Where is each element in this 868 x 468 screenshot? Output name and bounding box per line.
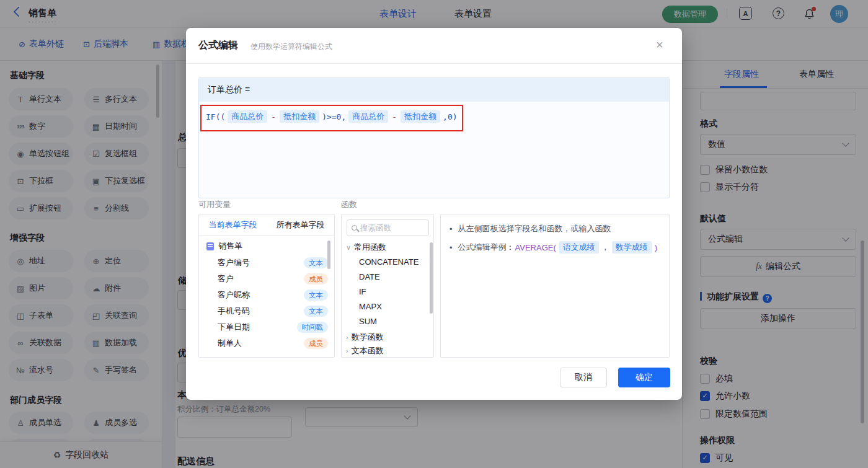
cancel-button[interactable]: 取消 [560, 368, 607, 387]
functions-label: 函数 [341, 199, 357, 210]
function-item-sum[interactable]: SUM [359, 317, 377, 326]
help-panel: • 从左侧面板选择字段名和函数，或输入函数 • 公式编辑举例： AVERAGE(… [440, 214, 670, 358]
functions-scrollbar[interactable] [430, 242, 433, 314]
variable-row[interactable]: 客户编号文本 [218, 255, 328, 271]
formula-editor-modal: 公式编辑 使用数学运算符编辑公式 × 订单总价 = IF(( 商品总价 - 抵扣… [186, 28, 682, 400]
type-badge: 成员 [304, 338, 328, 349]
group-text-functions[interactable]: › 文本函数 [346, 345, 384, 356]
example-function-name: AVERAGE( [515, 243, 556, 252]
variables-tabs: 当前表单字段 所有表单字段 [199, 214, 334, 236]
example-field-chip: 语文成绩 [559, 241, 599, 254]
modal-subtitle: 使用数学运算符编辑公式 [250, 42, 332, 52]
function-item-date[interactable]: DATE [359, 272, 380, 281]
formula-editor-area[interactable]: 订单总价 = [198, 77, 670, 198]
annotation-red-box [200, 105, 463, 131]
form-doc-icon [206, 242, 214, 250]
type-badge: 时间戳 [297, 322, 329, 333]
function-item-concatenate[interactable]: CONCATENATE [359, 257, 418, 267]
function-item-mapx[interactable]: MAPX [359, 302, 382, 311]
type-badge: 文本 [304, 289, 328, 301]
type-badge: 成员 [304, 273, 328, 285]
variable-row[interactable]: 客户昵称文本 [218, 287, 328, 303]
example-function-close: ) [655, 243, 657, 252]
search-icon [352, 225, 357, 231]
chevron-collapsed-icon: › [346, 347, 348, 355]
type-badge: 文本 [304, 257, 328, 268]
tree-form-node[interactable]: 销售单 [206, 241, 242, 252]
group-common-functions[interactable]: ∨ 常用函数 [346, 242, 386, 253]
variables-panel: 当前表单字段 所有表单字段 销售单 客户编号文本 客户成员 客户昵称文本 手机号… [198, 214, 335, 358]
help-line-2: • 公式编辑举例： AVERAGE( 语文成绩 ， 数学成绩 ) [450, 241, 658, 254]
formula-target-field: 订单总价 = [199, 78, 669, 102]
function-search[interactable] [347, 219, 429, 236]
close-icon[interactable]: × [656, 38, 663, 52]
example-field-chip: 数学成绩 [612, 241, 652, 254]
confirm-button[interactable]: 确定 [618, 368, 670, 387]
search-input[interactable] [360, 224, 416, 232]
variables-label: 可用变量 [198, 199, 231, 210]
tab-current-form-fields[interactable]: 当前表单字段 [199, 214, 267, 235]
variable-row[interactable]: 制单人成员 [218, 335, 328, 351]
chevron-collapsed-icon: › [346, 333, 348, 341]
functions-panel: ∨ 常用函数 CONCATENATE DATE IF MAPX SUM › 数学… [341, 214, 434, 358]
modal-title: 公式编辑 [198, 39, 238, 52]
divider [186, 63, 682, 64]
help-line-1: • 从左侧面板选择字段名和函数，或输入函数 [450, 223, 611, 234]
variables-scrollbar[interactable] [327, 241, 330, 269]
chevron-expanded-icon: ∨ [346, 244, 351, 252]
group-math-functions[interactable]: › 数学函数 [346, 332, 384, 343]
function-item-if[interactable]: IF [359, 287, 366, 296]
variable-row[interactable]: 下单日期时间戳 [218, 319, 328, 335]
variable-row[interactable]: 手机号码文本 [218, 303, 328, 319]
variable-row[interactable]: 客户成员 [218, 271, 328, 287]
type-badge: 文本 [304, 306, 328, 317]
tab-all-form-fields[interactable]: 所有表单字段 [267, 214, 334, 235]
